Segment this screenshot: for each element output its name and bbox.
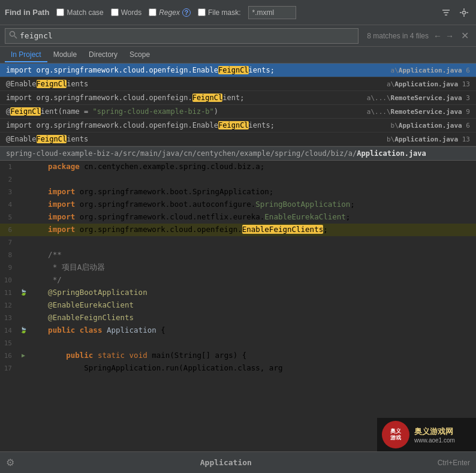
result-text: import org.springframework.cloud.openfei… bbox=[6, 94, 361, 102]
prev-match-button[interactable]: ← bbox=[432, 30, 443, 42]
watermark-site: 奥义游戏网 bbox=[414, 426, 455, 437]
result-row[interactable]: @FeignClient(name = "spring-cloud-exampl… bbox=[0, 105, 476, 119]
watermark-logo-text: 奥义游戏 bbox=[390, 428, 401, 441]
result-file: b\Application.java 13 bbox=[387, 135, 470, 143]
search-input-wrap bbox=[5, 28, 358, 44]
bottom-settings-button[interactable]: ⚙ bbox=[6, 457, 14, 468]
code-line: 8 /** bbox=[0, 249, 476, 261]
result-text: import org.springframework.cloud.openfei… bbox=[6, 121, 385, 129]
file-mask-label: File mask: bbox=[208, 8, 241, 17]
next-match-button[interactable]: → bbox=[444, 30, 455, 42]
search-icon bbox=[9, 31, 17, 41]
toolbar-icons bbox=[439, 7, 471, 19]
code-body[interactable]: 1 package cn.centychen.example.spring.cl… bbox=[0, 161, 476, 376]
tab-in-project[interactable]: In Project bbox=[5, 48, 47, 62]
tab-scope[interactable]: Scope bbox=[123, 48, 156, 62]
watermark-text-block: 奥义游戏网 www.aoe1.com bbox=[414, 426, 455, 444]
result-file: a\Application.java 13 bbox=[387, 80, 470, 88]
result-text: @EnableFeignClients bbox=[6, 135, 381, 143]
words-checkbox[interactable] bbox=[111, 8, 119, 16]
file-mask-input[interactable] bbox=[248, 6, 296, 19]
regex-option[interactable]: Regex ? bbox=[149, 8, 191, 17]
close-search-button[interactable]: ✕ bbox=[459, 29, 471, 43]
result-file: a\Application.java 6 bbox=[391, 67, 470, 74]
code-line: 9 * 项目A启动器 bbox=[0, 261, 476, 274]
regex-checkbox[interactable] bbox=[149, 8, 156, 16]
words-option[interactable]: Words bbox=[111, 8, 141, 17]
result-row[interactable]: import org.springframework.cloud.openfei… bbox=[0, 91, 476, 105]
result-row[interactable]: import org.springframework.cloud.openfei… bbox=[0, 119, 476, 132]
watermark: 奥义游戏 奥义游戏网 www.aoe1.com bbox=[377, 418, 476, 451]
result-text: @FeignClient(name = "spring-cloud-exampl… bbox=[6, 107, 361, 116]
leaf-icon: 🍃 bbox=[20, 287, 27, 299]
code-line: 7 bbox=[0, 236, 476, 249]
code-line: 10 */ bbox=[0, 274, 476, 287]
find-in-path-title: Find in Path bbox=[5, 8, 49, 17]
bottom-center: Application bbox=[200, 458, 252, 467]
code-line: 12 @EnableEurekaClient bbox=[0, 299, 476, 312]
tabs-row: In Project Module Directory Scope bbox=[0, 47, 476, 64]
results-list: import org.springframework.cloud.openfei… bbox=[0, 64, 476, 146]
matches-label: 8 matches in 4 files bbox=[367, 32, 429, 40]
match-case-option[interactable]: Match case bbox=[56, 8, 103, 17]
tab-directory[interactable]: Directory bbox=[83, 48, 123, 62]
code-line: 16 ▶ public static void main(String[] ar… bbox=[0, 350, 476, 362]
svg-point-3 bbox=[463, 11, 466, 14]
nav-arrows: ← → bbox=[432, 30, 455, 42]
regex-label: Regex bbox=[159, 8, 180, 17]
filter-icon bbox=[441, 8, 451, 17]
shortcut-label: Ctrl+Enter bbox=[438, 459, 470, 467]
result-file: a\...\RemoteService.java 3 bbox=[367, 94, 470, 102]
match-case-label: Match case bbox=[67, 8, 103, 17]
result-row[interactable]: @EnableFeignClients a\Application.java 1… bbox=[0, 77, 476, 91]
filter-icon-btn[interactable] bbox=[439, 7, 453, 19]
code-line: 4 import org.springframework.boot.autoco… bbox=[0, 198, 476, 211]
code-line: 13 @EnableFeignClients bbox=[0, 312, 476, 324]
result-text: import org.springframework.cloud.openfei… bbox=[6, 66, 385, 74]
bottom-bar: ⚙ Application Ctrl+Enter bbox=[0, 451, 476, 473]
code-line: 5 import org.springframework.cloud.netfl… bbox=[0, 211, 476, 224]
code-filename: Application.java bbox=[357, 149, 426, 158]
match-case-checkbox[interactable] bbox=[56, 8, 64, 16]
run-icon[interactable]: ▶ bbox=[22, 350, 25, 361]
code-line: 2 bbox=[0, 173, 476, 186]
words-label: Words bbox=[121, 8, 141, 17]
watermark-logo: 奥义游戏 bbox=[382, 421, 409, 448]
toolbar: Find in Path Match case Words Regex ? Fi… bbox=[0, 0, 476, 25]
application-label: Application bbox=[200, 458, 252, 467]
result-file: a\...\RemoteService.java 9 bbox=[367, 108, 470, 116]
search-row: 8 matches in 4 files ← → ✕ bbox=[0, 25, 476, 47]
result-row[interactable]: @EnableFeignClients b\Application.java 1… bbox=[0, 132, 476, 146]
svg-point-8 bbox=[10, 32, 15, 37]
file-mask-option: File mask: bbox=[198, 8, 241, 17]
code-line: 11 🍃 @SpringBootApplication bbox=[0, 287, 476, 299]
result-file: b\Application.java 6 bbox=[391, 122, 470, 129]
watermark-url: www.aoe1.com bbox=[414, 437, 455, 444]
code-line: 3 import org.springframework.boot.Spring… bbox=[0, 186, 476, 198]
code-line: 15 bbox=[0, 337, 476, 350]
code-path: spring-cloud-example-biz-a/src/main/java… bbox=[6, 149, 357, 158]
file-mask-checkbox[interactable] bbox=[198, 8, 206, 16]
leaf-icon2: 🍃 bbox=[20, 324, 27, 336]
code-line: 17 SpringApplication.run(Application.cla… bbox=[0, 362, 476, 375]
tab-module[interactable]: Module bbox=[47, 48, 83, 62]
code-preview: spring-cloud-example-biz-a/src/main/java… bbox=[0, 146, 476, 376]
result-row[interactable]: import org.springframework.cloud.openfei… bbox=[0, 64, 476, 77]
code-line: 14 🍃 public class Application { bbox=[0, 324, 476, 337]
settings-icon-btn[interactable] bbox=[457, 7, 471, 19]
code-path-bar: spring-cloud-example-biz-a/src/main/java… bbox=[0, 147, 476, 161]
code-line-highlighted: 6 import org.springframework.cloud.openf… bbox=[0, 224, 476, 236]
options-icon bbox=[459, 8, 469, 17]
code-line: 1 package cn.centychen.example.spring.cl… bbox=[0, 161, 476, 173]
result-text: @EnableFeignClients bbox=[6, 80, 381, 88]
regex-help-icon[interactable]: ? bbox=[182, 8, 191, 17]
search-input[interactable] bbox=[20, 31, 354, 40]
svg-line-9 bbox=[14, 36, 17, 38]
